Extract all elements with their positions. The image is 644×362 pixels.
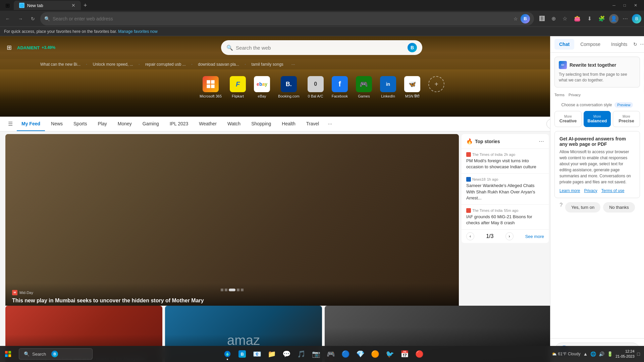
suggestion-4[interactable]: tamil family songs [251, 62, 283, 67]
taskbar-teams-app[interactable]: 💬 [280, 347, 293, 361]
active-tab[interactable]: 🌐 New tab ✕ [14, 1, 81, 10]
feed-nav-travel[interactable]: Travel [302, 117, 324, 131]
quick-link-booking[interactable]: B. Booking.com [278, 76, 300, 99]
yes-turn-on-button[interactable]: Yes, turn on [565, 202, 600, 213]
taskbar-app13[interactable]: 🐦 [383, 347, 396, 361]
msn-search-bar[interactable]: 🔍 B [221, 40, 422, 55]
creative-style-button[interactable]: More Creative [554, 111, 582, 127]
taskbar-weather[interactable]: ⛅ 61°F Cloudy [552, 352, 581, 356]
back-button[interactable]: ← [3, 15, 13, 23]
terms-of-use-link[interactable]: Terms of use [601, 188, 625, 193]
taskbar-edge-app[interactable] [221, 347, 234, 361]
taskbar-app8[interactable]: 📷 [309, 347, 323, 361]
taskbar-app9[interactable]: 🎮 [324, 347, 337, 361]
chat-more-icon[interactable]: ⋯ [640, 42, 644, 47]
maximize-button[interactable]: □ [620, 0, 630, 11]
learn-more-link[interactable]: Learn more [559, 188, 580, 193]
balanced-style-button[interactable]: More Balanced [584, 111, 611, 127]
feed-nav-news[interactable]: News [46, 117, 67, 131]
refresh-button[interactable]: ↻ [28, 15, 38, 23]
taskbar-app14[interactable]: 📅 [398, 347, 411, 361]
favorites-icon[interactable]: ☆ [560, 14, 570, 23]
quick-link-ebay[interactable]: ebay eBay [254, 76, 270, 99]
new-tab-button[interactable]: + [81, 1, 90, 10]
no-thanks-button[interactable]: No thanks [603, 202, 635, 213]
add-quick-link[interactable]: + [428, 76, 444, 99]
story-0[interactable]: The Times of India 2h ago PM Modi's fore… [462, 149, 549, 174]
story-prev-button[interactable]: ‹ [466, 232, 474, 240]
taskbar-app11[interactable]: 💎 [354, 347, 367, 361]
quick-link-microsoft365[interactable]: Microsoft 365 [200, 76, 222, 99]
msn-brand[interactable]: ADANIENT +3.49% [17, 45, 55, 50]
privacy-link[interactable]: Privacy [569, 93, 581, 97]
taskbar-app7[interactable]: 🎵 [294, 347, 308, 361]
taskbar-app12[interactable]: 🟠 [368, 347, 382, 361]
chat-tab-compose[interactable]: Compose [576, 39, 605, 50]
feed-nav-money[interactable]: Money [113, 117, 137, 131]
feed-nav-weather[interactable]: Weather [194, 117, 221, 131]
main-news-card[interactable]: M Mid-Day This new play in Mumbai seeks … [5, 134, 459, 306]
top-stories-more-icon[interactable]: ⋯ [539, 138, 544, 144]
address-input-wrapper[interactable]: 🔍 ☆ B [40, 12, 534, 25]
bing-chat-icon[interactable]: B [632, 14, 641, 23]
taskbar-clock[interactable]: 12:24 21-05-2023 [615, 349, 634, 359]
msn-grid-icon[interactable]: ⊞ [7, 44, 12, 51]
bing-icon[interactable]: B [521, 14, 530, 23]
feed-nav-myfeed[interactable]: My Feed [17, 117, 45, 131]
network-icon[interactable]: 🌐 [590, 351, 596, 357]
taskbar-search-bar[interactable]: 🔍 Search B [19, 348, 93, 360]
story-2[interactable]: The Times of India 55m ago IAF grounds 6… [462, 205, 549, 230]
collections-icon[interactable]: ⊕ [549, 14, 558, 23]
feed-nav-ipl[interactable]: IPL 2023 [165, 117, 193, 131]
terms-link[interactable]: Terms [554, 93, 565, 97]
quick-link-facebook[interactable]: f Facebook [332, 76, 348, 99]
precise-style-button[interactable]: More Precise [613, 111, 640, 127]
tab-close-button[interactable]: ✕ [71, 3, 75, 8]
battery-icon[interactable]: 🔋 [607, 351, 613, 357]
feed-hamburger-icon[interactable]: ☰ [5, 117, 15, 131]
taskbar-app10[interactable]: 🔵 [339, 347, 352, 361]
msn-search-input[interactable] [236, 45, 405, 51]
quick-link-flipkart[interactable]: F Flipkart [230, 76, 246, 99]
ai-question-icon[interactable]: ? [559, 202, 562, 213]
manage-favorites-link[interactable]: Manage favorites now [118, 29, 157, 34]
feed-nav-health[interactable]: Health [277, 117, 300, 131]
suggestion-0[interactable]: What can the new Bi... [40, 62, 80, 67]
minimize-button[interactable]: ─ [608, 0, 620, 11]
quick-link-linkedin[interactable]: in LinkedIn [380, 76, 396, 99]
quick-link-msn[interactable]: 🦋 MSN हिंदी [404, 76, 420, 99]
feed-nav-shopping[interactable]: Shopping [247, 117, 276, 131]
extensions-icon[interactable]: 🧩 [596, 14, 608, 23]
feed-nav-play[interactable]: Play [93, 117, 112, 131]
wallet-icon[interactable]: 👛 [571, 14, 583, 23]
suggestion-1[interactable]: Unlock more speed, ... [93, 62, 133, 67]
volume-icon[interactable]: 🔊 [599, 351, 604, 357]
notification-center-icon[interactable]: □ [637, 351, 640, 357]
chat-tab-insights[interactable]: Insights [606, 39, 632, 50]
browser-addon-icon[interactable]: 🅱 [537, 14, 547, 23]
taskbar-app15[interactable]: 🔴 [413, 347, 426, 361]
show-hidden-icons-button[interactable]: ▲ [583, 351, 588, 357]
more-suggestions-button[interactable]: ··· [291, 62, 295, 67]
taskbar-explorer-app[interactable]: 📁 [265, 347, 278, 361]
address-input[interactable] [53, 16, 511, 21]
forward-button[interactable]: → [15, 15, 25, 23]
quick-link-0bal[interactable]: 0 0 Bal A/C [308, 76, 324, 99]
close-button[interactable]: ✕ [630, 0, 641, 11]
downloads-icon[interactable]: ⬇ [585, 14, 594, 23]
feed-nav-more-button[interactable]: ··· [325, 117, 335, 131]
quick-link-games[interactable]: 🎮 Games [356, 76, 372, 99]
suggestion-2[interactable]: repair corrupted usb ... [145, 62, 186, 67]
feed-nav-sports[interactable]: Sports [69, 117, 92, 131]
ai-privacy-link[interactable]: Privacy [584, 188, 597, 193]
star-icon[interactable]: ☆ [514, 16, 518, 21]
chat-tab-chat[interactable]: Chat [554, 39, 574, 50]
chat-refresh-icon[interactable]: ↻ [633, 42, 637, 47]
feed-nav-watch[interactable]: Watch [223, 117, 245, 131]
suggestion-3[interactable]: download saavan pla... [198, 62, 239, 67]
add-quick-link-button[interactable]: + [428, 76, 444, 92]
story-1[interactable]: News18 1h ago Sameer Wankhede's Alleged … [462, 174, 549, 205]
taskbar-bing-app[interactable]: B [235, 347, 249, 361]
story-next-button[interactable]: › [505, 232, 514, 240]
feed-nav-gaming[interactable]: Gaming [138, 117, 164, 131]
